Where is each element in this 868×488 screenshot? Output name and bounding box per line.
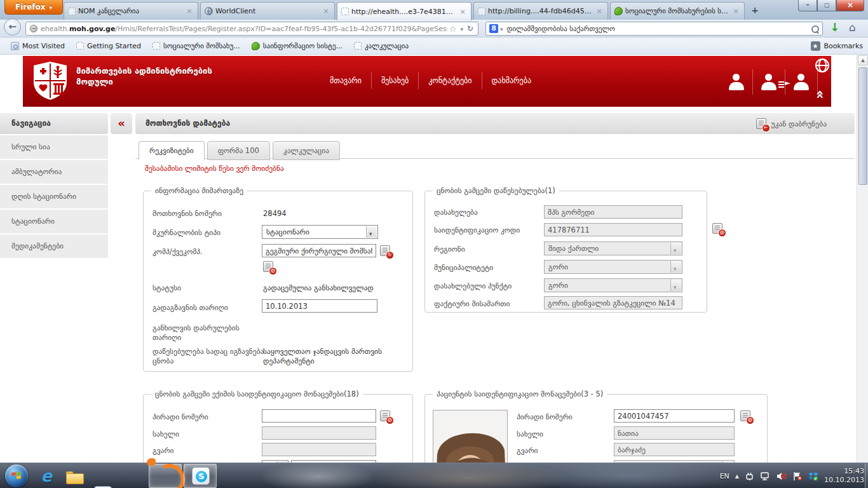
show-desktop-button[interactable]: [865, 463, 868, 488]
firefox-taskbar-button[interactable]: [149, 464, 182, 488]
windows-explorer-icon[interactable]: [65, 466, 84, 485]
patient-personal-number-input[interactable]: [614, 409, 735, 423]
select-arrow-icon: [670, 280, 681, 291]
user-list-icon[interactable]: [759, 74, 778, 90]
back-button[interactable]: [4, 18, 21, 36]
request-number-label: მოთხოვნის ნომერი: [153, 209, 222, 219]
skype-taskbar-button[interactable]: [184, 464, 217, 488]
scrollbar-thumb[interactable]: [858, 67, 867, 185]
tab-close-icon[interactable]: [322, 7, 330, 15]
content-titlebar: მოთხოვნის დამატება უკან დაბრუნება: [135, 113, 855, 134]
tab-worldclient[interactable]: WorldClient: [200, 2, 335, 20]
user-icon[interactable]: [727, 74, 746, 90]
send-date-input[interactable]: [262, 299, 377, 313]
sidebar-item-ambulatory[interactable]: ამბულატორია: [0, 160, 108, 184]
network-icon[interactable]: [760, 471, 770, 481]
tab-close-icon[interactable]: [731, 7, 740, 15]
home-icon[interactable]: [849, 21, 856, 34]
tab-calculation[interactable]: კალკულაცია: [273, 141, 340, 160]
show-hidden-icons-button[interactable]: [735, 473, 739, 479]
sidebar-item-medications[interactable]: მედიკამენტები: [0, 234, 108, 258]
patient-last-name-input: [614, 443, 735, 456]
language-indicator[interactable]: EN: [720, 472, 729, 480]
collapse-header-chevron-icon[interactable]: [813, 90, 829, 98]
scrollbar-up-arrow[interactable]: [858, 55, 868, 65]
taskbar-clock[interactable]: 15:43 10.10.2013: [824, 467, 864, 485]
tab-title: WorldClient: [213, 7, 322, 15]
doctor-lookup-icon[interactable]: [380, 410, 390, 421]
downloads-icon[interactable]: [830, 20, 839, 34]
action-center-flag-icon[interactable]: [792, 471, 803, 481]
placeholder-favicon: [68, 8, 76, 15]
tab-requisites[interactable]: რეკვიზიტები: [139, 141, 205, 160]
tab-ehealth-active[interactable]: http://ehealth....e3-7e43813eb2e6: [337, 2, 471, 20]
tab-close-icon[interactable]: [458, 8, 467, 16]
start-button[interactable]: [5, 464, 28, 487]
internet-explorer-icon[interactable]: [37, 466, 56, 485]
minimize-button[interactable]: [798, 0, 817, 11]
municipality-label: მუნიციპალიტეტი: [434, 263, 493, 273]
tab-strip: NOM კანცელარია WorldClient http://ehealt…: [64, 2, 763, 20]
user-logout-icon[interactable]: [792, 74, 811, 90]
maximize-button[interactable]: [817, 0, 836, 11]
patient-lookup-icon[interactable]: [740, 410, 750, 421]
tab-close-icon[interactable]: [185, 7, 194, 15]
sidebar-item-full-list[interactable]: სრული სია: [0, 135, 108, 159]
doctor-personal-number-input[interactable]: [262, 409, 376, 423]
reload-icon[interactable]: [467, 24, 473, 33]
bookmark-most-visited[interactable]: Most Visited: [5, 39, 71, 52]
settlement-label: დასახლებული პუნქტი: [434, 281, 512, 291]
sidebar-item-day-hospital[interactable]: დღის სტაციონარი: [0, 185, 108, 208]
sidebar-item-hospital[interactable]: სტაციონარი: [0, 210, 108, 233]
page-scrollbar[interactable]: [857, 55, 868, 463]
tab-billing[interactable]: http://billing....44-fdb46d45c493: [473, 2, 608, 20]
clock-date: 10.10.2013: [824, 476, 864, 485]
select-arrow-icon: [670, 261, 681, 273]
sidebar-collapse-button[interactable]: [111, 113, 132, 134]
search-icon[interactable]: [811, 25, 819, 33]
doctor-first-name-label: სახელი: [153, 430, 179, 439]
nav-contacts[interactable]: კონტაქტები: [419, 76, 481, 85]
nav-home[interactable]: მთავარი: [320, 76, 371, 85]
firefox-menu-button[interactable]: Firefox: [4, 0, 63, 15]
bookmark-star-icon[interactable]: [449, 24, 457, 34]
search-engine-dropdown-icon[interactable]: [500, 24, 503, 33]
placeholder-favicon: [478, 8, 485, 15]
bookmark-calculation[interactable]: კალკულაცია: [348, 39, 414, 52]
bookmark-getting-started[interactable]: Getting Started: [71, 39, 147, 52]
bookmark-label: სოციალური მომსახუ...: [163, 42, 240, 50]
tab-form-100[interactable]: ფორმა 100: [207, 141, 270, 160]
error-message: შესაბამისი ლიმიტის წესი ვერ მოიძებნა: [145, 164, 284, 173]
return-back-button[interactable]: უკან დაბრუნება: [749, 114, 834, 133]
nav-about[interactable]: შესახებ: [372, 76, 418, 85]
nav-help[interactable]: დახმარება: [482, 76, 541, 85]
tab-close-icon[interactable]: [595, 7, 604, 15]
tab-social-service[interactable]: სოციალური მომსახურების საა...: [610, 2, 745, 20]
treatment-type-select[interactable]: სტაციონარი: [262, 225, 378, 239]
new-tab-button[interactable]: [747, 4, 763, 17]
bookmarks-panel-button[interactable]: Bookmarks: [811, 41, 863, 51]
chevron-down-icon: [46, 3, 53, 11]
settlement-select: გორი: [544, 278, 682, 292]
issuer-code-lookup-icon[interactable]: [712, 223, 722, 234]
component-input[interactable]: [262, 244, 376, 257]
url-bar[interactable]: ehealth.moh.gov.ge/Hmis/ReferralsTest/Pa…: [25, 22, 478, 36]
tab-nom[interactable]: NOM კანცელარია: [64, 2, 198, 20]
dropbox-icon[interactable]: [808, 471, 818, 481]
issuer-name-label: დასახელება: [434, 208, 478, 217]
bookmark-info-system[interactable]: საინფორმაციო სისტე...: [246, 39, 348, 52]
volume-muted-icon[interactable]: [776, 471, 787, 481]
search-box[interactable]: დილამშვიდობისა საქართველო: [485, 22, 823, 36]
skype-icon: [192, 467, 210, 485]
bookmarks-bar: Most Visited Getting Started სოციალური მ…: [0, 37, 868, 55]
bookmark-social-service[interactable]: სოციალური მომსახუ...: [147, 39, 246, 52]
municipality-select: გორი: [544, 260, 682, 274]
search-input[interactable]: დილამშვიდობისა საქართველო: [507, 25, 811, 33]
region-select: შიდა ქართლი: [544, 241, 682, 255]
power-plug-icon[interactable]: [745, 471, 754, 481]
url-dropdown-icon[interactable]: [460, 24, 463, 33]
component-lookup-icon[interactable]: [380, 245, 390, 256]
close-button[interactable]: [836, 0, 864, 11]
component-clear-icon[interactable]: [263, 261, 273, 272]
language-globe-icon[interactable]: [815, 58, 829, 72]
